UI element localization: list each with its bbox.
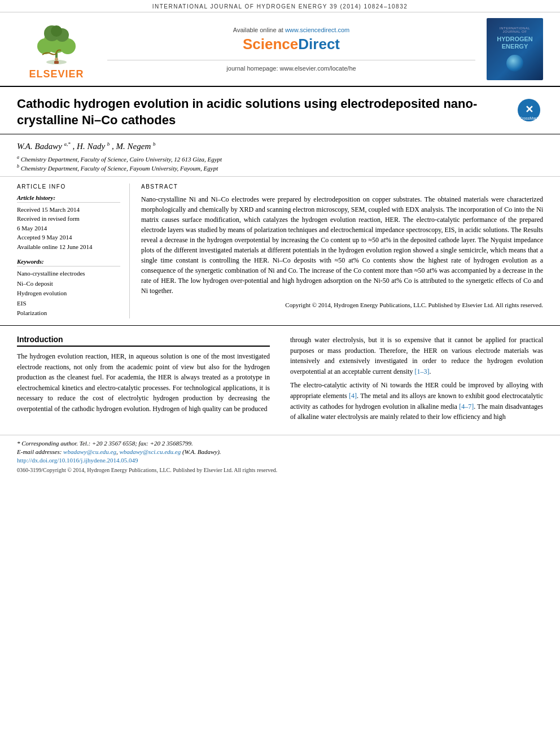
- available-online-date: Available online 12 June 2014: [17, 242, 120, 252]
- abstract-label: ABSTRACT: [141, 184, 543, 190]
- abstract-text: Nano-crystalline Ni and Ni–Co electrodes…: [141, 194, 543, 310]
- elsevier-tree-icon: [23, 21, 90, 66]
- ref-4[interactable]: [4]: [349, 392, 357, 400]
- page-header: ELSEVIER Available online at www.science…: [0, 12, 560, 87]
- elsevier-logo: ELSEVIER: [11, 18, 102, 80]
- journal-banner: INTERNATIONAL JOURNAL OF HYDROGEN ENERGY…: [0, 0, 560, 12]
- doi-link[interactable]: http://dx.doi.org/10.1016/j.ijhydene.201…: [17, 457, 138, 464]
- keywords-block: Keywords: Nano-crystalline electrodes Ni…: [17, 258, 120, 318]
- article-main-title: Cathodic hydrogen evolution in acidic so…: [17, 96, 504, 128]
- svg-point-8: [55, 58, 58, 61]
- journal-homepage-text: journal homepage: www.elsevier.com/locat…: [107, 60, 475, 72]
- introduction-left-col: Introduction The hydrogen evolution reac…: [17, 335, 277, 426]
- svg-text:✕: ✕: [525, 104, 533, 115]
- author-2-sup: b: [107, 141, 110, 147]
- svg-rect-9: [54, 61, 59, 64]
- author-2: H. Nady: [77, 142, 105, 151]
- corresponding-author-note: * Corresponding author. Tel.: +20 2 3567…: [17, 440, 543, 447]
- accepted-date: Accepted 9 May 2014: [17, 233, 120, 242]
- introduction-heading: Introduction: [17, 335, 270, 347]
- authors-section: W.A. Badawy a,* , H. Nady b , M. Negem b…: [0, 134, 560, 176]
- history-label: Article history:: [17, 194, 120, 203]
- svg-point-7: [51, 25, 62, 37]
- elsevier-brand-text: ELSEVIER: [29, 68, 84, 80]
- introduction-right-col: through water electrolysis, but it is so…: [288, 335, 543, 426]
- keyword-2: Ni–Co deposit: [17, 279, 120, 289]
- article-history-block: Article history: Received 15 March 2014 …: [17, 194, 120, 252]
- affiliation-a: a Chemistry Department, Faculty of Scien…: [17, 155, 543, 163]
- introduction-section: Introduction The hydrogen evolution reac…: [0, 326, 560, 435]
- affiliation-b: b Chemistry Department, Faculty of Scien…: [17, 164, 543, 172]
- cover-title: HYDROGEN ENERGY: [497, 36, 533, 50]
- issn-line: 0360-3199/Copyright © 2014, Hydrogen Ene…: [17, 467, 543, 473]
- article-info-abstract: ARTICLE INFO Article history: Received 1…: [0, 177, 560, 326]
- keywords-label: Keywords:: [17, 258, 120, 267]
- keyword-3: Hydrogen evolution: [17, 289, 120, 299]
- svg-text:CrossMark: CrossMark: [519, 116, 539, 120]
- sciencedirect-url[interactable]: www.sciencedirect.com: [285, 27, 349, 33]
- introduction-left-text: The hydrogen evolution reaction, HER, in…: [17, 351, 270, 414]
- doi-line: http://dx.doi.org/10.1016/j.ijhydene.201…: [17, 457, 543, 464]
- sciencedirect-logo: ScienceDirect: [243, 36, 340, 53]
- abstract-col: ABSTRACT Nano-crystalline Ni and Ni–Co e…: [141, 184, 543, 318]
- cover-intl-text: InternationalJournal of: [500, 27, 530, 33]
- article-info-label: ARTICLE INFO: [17, 184, 120, 190]
- article-title-section: Cathodic hydrogen evolution in acidic so…: [0, 87, 560, 134]
- crossmark-icon: ✕ CrossMark: [517, 98, 541, 122]
- article-info-col: ARTICLE INFO Article history: Received 1…: [17, 184, 130, 318]
- abstract-copyright: Copyright © 2014, Hydrogen Energy Public…: [141, 300, 543, 310]
- ref-4-7[interactable]: [4–7]: [459, 403, 474, 410]
- authors-line: W.A. Badawy a,* , H. Nady b , M. Negem b: [17, 141, 543, 151]
- banner-text: INTERNATIONAL JOURNAL OF HYDROGEN ENERGY…: [152, 3, 408, 10]
- sciencedirect-area: Available online at www.sciencedirect.co…: [107, 18, 475, 80]
- journal-cover: InternationalJournal of HYDROGEN ENERGY: [487, 18, 543, 80]
- email-2-link[interactable]: wbadawy@sci.cu.edu.eg: [119, 448, 181, 455]
- author-1-sup: a,*: [64, 141, 71, 147]
- keyword-4: EIS: [17, 299, 120, 309]
- cover-orb-icon: [506, 55, 523, 72]
- received-revised: Received in revised form6 May 2014: [17, 214, 120, 233]
- introduction-right-text: through water electrolysis, but it is so…: [290, 335, 543, 422]
- article-title-text: Cathodic hydrogen evolution in acidic so…: [17, 96, 504, 128]
- available-online-text: Available online at www.sciencedirect.co…: [233, 27, 349, 33]
- ref-1-3[interactable]: [1–3]: [415, 368, 430, 375]
- author-3: M. Negem: [116, 142, 151, 151]
- footer: * Corresponding author. Tel.: +20 2 3567…: [0, 435, 560, 475]
- keyword-5: Polarization: [17, 308, 120, 318]
- crossmark-area: ✕ CrossMark: [515, 96, 543, 128]
- email-line: E-mail addresses: wbadawy@cu.edu.eg, wba…: [17, 448, 543, 455]
- elsevier-logo-area: ELSEVIER: [11, 18, 102, 80]
- received-date: Received 15 March 2014: [17, 205, 120, 215]
- journal-cover-area: InternationalJournal of HYDROGEN ENERGY: [481, 18, 549, 80]
- author-1: W.A. Badawy: [17, 142, 62, 151]
- email-1-link[interactable]: wbadawy@cu.edu.eg: [63, 448, 116, 455]
- author-3-sup: b: [153, 141, 156, 147]
- keyword-1: Nano-crystalline electrodes: [17, 269, 120, 279]
